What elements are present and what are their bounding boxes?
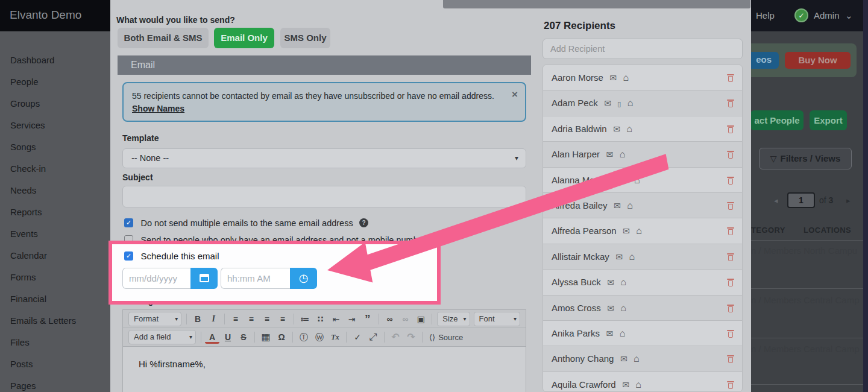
format-select[interactable]: Format ▾ [128,312,181,326]
schedule-email-highlight: ✓ Schedule this email ◷ [108,241,441,305]
toolbar-separator [379,314,379,324]
sidebar-item-financial[interactable]: Financial [0,288,110,310]
align-center-icon[interactable]: ≡ [244,312,259,326]
schedule-email-checkbox[interactable]: ✓ [124,251,133,261]
ordered-list-icon[interactable]: ≔ [298,312,312,326]
trash-icon[interactable] [726,278,735,287]
link-icon[interactable]: ∞ [382,312,397,326]
trash-icon[interactable] [726,150,735,159]
trash-icon[interactable] [726,304,735,313]
italic-icon[interactable]: I [206,312,221,326]
trash-icon[interactable] [726,381,735,390]
admin-menu[interactable]: Admin [814,10,840,21]
size-select[interactable]: Size ▾ [437,312,470,326]
maximize-icon[interactable]: ⤢ [366,330,380,344]
show-names-link[interactable]: Show Names [132,104,184,113]
sidebar-item-events[interactable]: Events [0,223,110,245]
email-only-button[interactable]: Email Only [214,28,274,48]
trash-icon[interactable] [726,253,735,262]
editor-toolbar: Format ▾ B I ≡ ≡ ≡ ≡ ≔ ∷ ⇤ ⇥ ” ∞ ∞ ▣ Siz… [122,309,526,347]
both-email-sms-button[interactable]: Both Email & SMS [118,28,209,48]
horizontal-scrollbar[interactable] [443,0,750,8]
time-picker-button[interactable]: ◷ [290,268,317,289]
image-icon[interactable]: ▣ [414,312,428,326]
message-editor-area[interactable]: Hi %firstname%, [122,347,526,392]
trash-icon[interactable] [726,227,735,236]
sidebar-item-checkin[interactable]: Check-in [0,158,110,180]
trash-icon[interactable] [726,201,735,210]
underline-icon[interactable]: U [221,330,235,344]
admin-avatar[interactable]: ✓ [794,8,808,22]
template-label: Template [122,133,159,143]
add-recipient-input[interactable] [542,39,743,59]
justify-icon[interactable]: ≡ [275,312,290,326]
align-right-icon[interactable]: ≡ [260,312,274,326]
recipient-row: Alfreda Pearson ✉ ⌂ [543,218,742,244]
no-multiple-emails-checkbox[interactable]: ✓ [124,218,133,227]
remove-format-icon[interactable]: Tx [328,330,342,344]
envelope-icon: ✉ [606,329,614,338]
prev-page-icon: ◂ [774,196,778,205]
paste-word-icon[interactable]: Ⓦ [312,330,327,344]
home-icon: ⌂ [626,124,632,134]
sidebar-item-calendar[interactable]: Calendar [0,245,110,267]
sidebar-item-groups[interactable]: Groups [0,93,110,115]
sidebar-item-forms[interactable]: Forms [0,267,110,288]
sidebar-item-people[interactable]: People [0,71,110,93]
help-question-icon[interactable]: ? [359,218,368,227]
schedule-time-input[interactable] [221,268,290,289]
sidebar-item-services[interactable]: Services [0,115,110,136]
outdent-icon[interactable]: ⇤ [329,312,344,326]
special-char-icon[interactable]: Ω [274,330,289,344]
add-field-select[interactable]: Add a field ▾ [128,330,196,344]
redo-icon[interactable]: ↷ [404,330,418,344]
sidebar-item-needs[interactable]: Needs [0,180,110,201]
recipient-row: Alanna Mooney ✉ ⌂ [543,168,742,193]
font-select[interactable]: Font ▾ [474,312,521,326]
trash-icon[interactable] [726,329,735,338]
envelope-icon: ✉ [607,277,614,287]
sidebar-item-reports[interactable]: Reports [0,201,110,223]
sidebar-item-songs[interactable]: Songs [0,136,110,158]
trash-icon[interactable] [726,176,735,185]
indent-icon[interactable]: ⇥ [345,312,359,326]
recipient-row: Aquila Crawford ✉ ⌂ [543,372,742,392]
sidebar-item-pages[interactable]: Pages [0,375,110,392]
text-color-icon[interactable]: A [205,331,219,344]
send-type-question: What would you like to send? [116,15,235,25]
schedule-date-input[interactable] [122,268,190,289]
sidebar-item-posts[interactable]: Posts [0,353,110,375]
blockquote-icon[interactable]: ” [360,312,375,326]
template-select[interactable]: -- None -- ▾ [122,148,526,168]
format-label: Format [134,314,159,323]
trash-icon[interactable] [726,355,735,364]
toolbar-separator [346,332,347,343]
table-icon[interactable]: ▦ [259,330,273,344]
trash-icon[interactable] [726,99,735,108]
table-cell-location: Central Camp [804,344,860,354]
sidebar-item-files[interactable]: Files [0,332,110,353]
close-icon[interactable]: × [512,87,518,103]
page-right-edge [863,0,868,392]
undo-icon[interactable]: ↶ [388,330,403,344]
strikethrough-icon[interactable]: S [236,330,251,344]
trash-icon[interactable] [726,125,735,134]
align-left-icon[interactable]: ≡ [228,312,243,326]
envelope-icon: ✉ [606,150,614,159]
bullet-list-icon[interactable]: ∷ [313,312,328,326]
toolbar-separator [384,332,385,343]
sidebar-item-emails-letters[interactable]: Emails & Letters [0,310,110,332]
calendar-picker-button[interactable] [190,268,218,289]
paste-text-icon[interactable]: Ⓣ [297,330,311,344]
sms-only-button[interactable]: SMS Only [280,28,330,48]
source-button[interactable]: ⟨⟩ Source [426,333,467,342]
envelope-icon: ✉ [615,252,623,262]
trash-icon[interactable] [726,74,735,83]
unlink-icon[interactable]: ∞ [398,312,412,326]
bold-icon[interactable]: B [190,312,205,326]
sidebar-item-dashboard[interactable]: Dashboard [0,49,110,71]
subject-input[interactable] [122,186,526,207]
help-link[interactable]: Help [756,10,775,21]
spellcheck-icon[interactable]: ✓ [350,330,365,344]
mobile-icon: ▯ [617,100,621,107]
